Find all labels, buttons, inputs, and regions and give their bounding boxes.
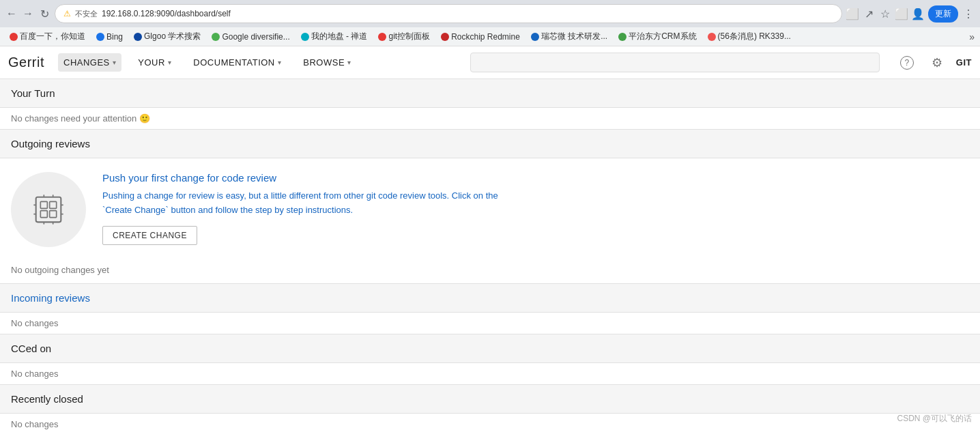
circuit-board-illustration (11, 172, 86, 247)
bookmarks-bar: 百度一下，你知道 Bing Glgoo 学术搜索 Google diversif… (0, 27, 980, 46)
outgoing-footer: No outgoing changes yet (0, 261, 980, 283)
screenshot-icon[interactable]: ⬜ (846, 8, 859, 20)
more-menu-button[interactable]: ⋮ (962, 8, 975, 20)
svg-rect-3 (40, 211, 47, 218)
bookmark-csdn[interactable]: (56条消息) RK339... (704, 29, 795, 44)
cced-on-body: No changes (0, 363, 980, 385)
create-change-button[interactable]: CREATE CHANGE (102, 226, 197, 245)
your-turn-header: Your Turn (0, 79, 980, 108)
bookmark-icon-git (378, 33, 386, 41)
bookmark-ruixinwei[interactable]: 瑞芯微 技术研发... (527, 29, 611, 44)
nav-documentation[interactable]: DOCUMENTATION ▾ (188, 53, 287, 72)
your-turn-title: Your Turn (11, 87, 55, 99)
bookmark-icon-csdn (708, 33, 716, 41)
refresh-button[interactable]: ↻ (38, 8, 51, 20)
bookmark-bing[interactable]: Bing (92, 31, 127, 43)
bookmark-google[interactable]: Google diversifie... (207, 31, 293, 43)
bookmark-crm[interactable]: 平治东方CRM系统 (614, 29, 700, 44)
forward-button[interactable]: → (22, 8, 34, 20)
bookmark-icon-baidu (10, 33, 18, 41)
incoming-reviews-header: Incoming reviews (0, 284, 980, 313)
recently-closed-title: Recently closed (11, 393, 83, 405)
chevron-down-icon: ▾ (278, 59, 282, 66)
profile-icon[interactable]: 👤 (912, 8, 924, 20)
address-bar[interactable]: ⚠ 不安全 192.168.0.128:9090/dashboard/self (55, 4, 842, 23)
incoming-reviews-body: No changes (0, 313, 980, 334)
settings-icon: ⚙ (932, 55, 942, 70)
chevron-down-icon: ▾ (168, 59, 172, 66)
back-button[interactable]: ← (5, 8, 18, 20)
header-icons: ? ⚙ GIT (896, 52, 972, 74)
nav-changes[interactable]: CHANGES ▾ (58, 53, 121, 72)
bookmark-icon-chandao (301, 33, 309, 41)
cced-on-header: CCed on (0, 334, 980, 363)
window-icon[interactable]: ⬜ (895, 8, 908, 20)
cced-on-section: CCed on No changes (0, 334, 980, 385)
recently-closed-text: No changes (11, 416, 58, 430)
outgoing-reviews-title: Outgoing reviews (11, 138, 90, 149)
your-turn-body: No changes need your attention 🙂 (0, 108, 980, 130)
outgoing-reviews-header: Outgoing reviews (0, 130, 980, 158)
svg-rect-1 (40, 201, 47, 208)
incoming-reviews-section: Incoming reviews No changes (0, 284, 980, 334)
bookmark-chandao[interactable]: 我的地盘 - 禅道 (297, 29, 372, 44)
bookmark-icon-crm (618, 33, 626, 41)
recently-closed-section: Recently closed No changes (0, 385, 980, 430)
bookmark-icon-glgoo (134, 33, 142, 41)
search-bar (470, 53, 880, 72)
bookmark-icon-google (212, 33, 220, 41)
watermark: CSDN @可以飞的话 (897, 413, 972, 425)
outgoing-footer-text: No outgoing changes yet (11, 265, 109, 275)
settings-button[interactable]: ⚙ (926, 52, 948, 74)
cced-on-title: CCed on (11, 343, 51, 354)
chevron-down-icon: ▾ (113, 59, 117, 66)
chevron-down-icon: ▾ (347, 59, 351, 66)
browser-toolbar: ← → ↻ ⚠ 不安全 192.168.0.128:9090/dashboard… (0, 0, 980, 27)
your-turn-text: No changes need your attention 🙂 (11, 111, 150, 126)
bookmark-glgoo[interactable]: Glgoo 学术搜索 (130, 29, 205, 44)
gerrit-logo: Gerrit (8, 55, 44, 70)
bookmark-icon-rockchip (441, 33, 449, 41)
cced-on-text: No changes (11, 366, 58, 382)
circuit-board-icon (31, 192, 66, 227)
outgoing-promo-desc: Pushing a change for review is easy, but… (102, 189, 512, 218)
outgoing-reviews-section: Outgoing reviews (0, 130, 980, 284)
bookmark-icon-ruixinwei (531, 33, 539, 41)
search-input[interactable] (470, 53, 880, 72)
share-icon[interactable]: ↗ (863, 8, 875, 20)
update-button[interactable]: 更新 (928, 5, 958, 23)
nav-browse[interactable]: BROWSE ▾ (298, 53, 356, 72)
app-header: Gerrit CHANGES ▾ YOUR ▾ DOCUMENTATION ▾ … (0, 46, 980, 79)
url-display: 192.168.0.128:9090/dashboard/self (102, 9, 833, 18)
bookmark-baidu[interactable]: 百度一下，你知道 (5, 29, 89, 44)
nav-your[interactable]: YOUR ▾ (132, 53, 177, 72)
svg-rect-4 (50, 211, 57, 218)
recently-closed-header: Recently closed (0, 385, 980, 414)
insecure-label: 不安全 (75, 9, 98, 19)
bookmark-icon-bing (96, 33, 104, 41)
incoming-reviews-title: Incoming reviews (11, 292, 90, 304)
bookmark-rockchip[interactable]: Rockchip Redmine (437, 31, 524, 43)
outgoing-promo-title: Push your first change for code review (102, 172, 969, 184)
bookmark-git[interactable]: git控制面板 (374, 29, 434, 44)
main-content: Your Turn No changes need your attention… (0, 79, 980, 430)
git-label: GIT (956, 57, 972, 68)
outgoing-promo-content: Push your first change for code review P… (102, 172, 969, 245)
help-button[interactable]: ? (896, 52, 918, 74)
bookmarks-more[interactable]: » (969, 31, 975, 42)
outgoing-reviews-body: Push your first change for code review P… (0, 158, 980, 261)
svg-rect-0 (36, 197, 61, 223)
bookmark-icon[interactable]: ☆ (879, 8, 891, 20)
help-icon: ? (900, 56, 914, 70)
incoming-reviews-text: No changes (11, 315, 58, 331)
svg-rect-2 (50, 201, 57, 208)
recently-closed-body: No changes (0, 414, 980, 430)
security-warning-icon: ⚠ (63, 9, 71, 18)
